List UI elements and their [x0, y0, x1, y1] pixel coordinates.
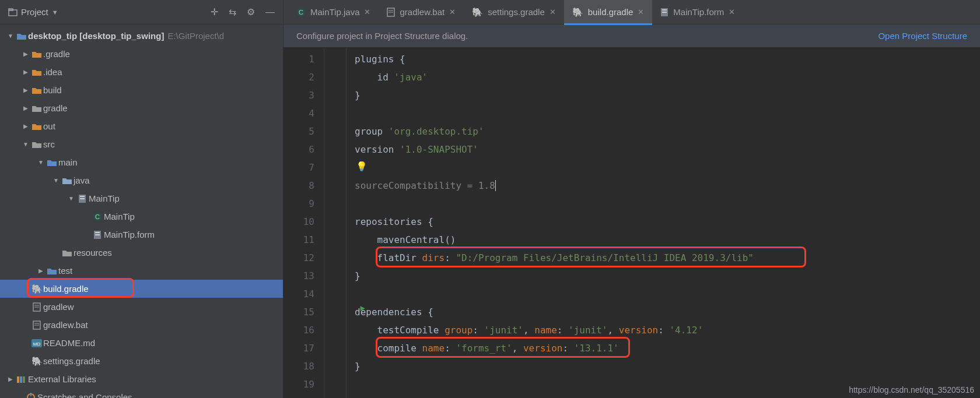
code-editor[interactable]: 12345678910111213141516171819 ▶ plugins … — [284, 48, 980, 398]
tree-item-MainTip-form[interactable]: MainTip.form — [0, 226, 283, 244]
tree-item-MainTip[interactable]: ▼ MainTip — [0, 189, 283, 207]
tree-item-main[interactable]: ▼ main — [0, 153, 283, 171]
line-number: 5 — [284, 122, 314, 140]
scratches[interactable]: Scratches and Consoles — [0, 388, 283, 398]
code-line[interactable] — [355, 195, 980, 213]
tree-root[interactable]: ▼ desktop_tip [desktop_tip_swing] E:\Git… — [0, 27, 283, 45]
source-code[interactable]: plugins { id 'java'} group 'org.desktop.… — [346, 48, 980, 398]
tree-item--idea[interactable]: ▶ .idea — [0, 63, 283, 81]
code-line[interactable]: plugins { — [355, 50, 980, 68]
external-libraries[interactable]: ▶ External Libraries — [0, 370, 283, 388]
tab-label: settings.gradle — [488, 7, 545, 17]
line-number: 10 — [284, 213, 314, 231]
code-line[interactable]: compile name: 'forms_rt', version: '13.1… — [355, 339, 980, 357]
folder-icon — [30, 50, 43, 58]
tree-item-settings-gradle[interactable]: 🐘 settings.gradle — [0, 352, 283, 370]
tab-settings-gradle[interactable]: 🐘 settings.gradle ✕ — [464, 0, 564, 24]
close-icon[interactable]: ✕ — [550, 8, 556, 16]
code-line[interactable]: mavenCentral() — [355, 231, 980, 249]
line-number: 1 — [284, 50, 314, 68]
tab-MainTip-form[interactable]: MainTip.form ✕ — [652, 0, 743, 24]
config-banner: Configure project in Project Structure d… — [284, 24, 980, 48]
tab-MainTip-java[interactable]: C MainTip.java ✕ — [288, 0, 379, 24]
tree-item-gradlew-bat[interactable]: gradlew.bat — [0, 316, 283, 334]
line-number: 16 — [284, 321, 314, 339]
code-line[interactable]: group 'org.desktop.tip' — [355, 122, 980, 140]
code-line[interactable]: id 'java' — [355, 68, 980, 86]
svg-rect-29 — [662, 9, 667, 10]
tab-label: MainTip.java — [310, 7, 359, 17]
code-line[interactable]: } — [355, 357, 980, 375]
code-line[interactable] — [355, 104, 980, 122]
file-icon — [387, 8, 395, 17]
watermark: https://blog.csdn.net/qq_35205516 — [849, 385, 974, 395]
tree-item-resources[interactable]: resources — [0, 244, 283, 262]
open-structure-link[interactable]: Open Project Structure — [878, 31, 967, 41]
line-number: 2 — [284, 68, 314, 86]
code-line[interactable] — [355, 285, 980, 303]
line-number: 6 — [284, 140, 314, 159]
class-icon: C — [296, 8, 306, 17]
tree-item-java[interactable]: ▼ java — [0, 171, 283, 189]
close-icon[interactable]: ✕ — [638, 8, 644, 16]
editor-tabs: C MainTip.java ✕ gradlew.bat ✕ 🐘 setting… — [284, 0, 980, 24]
line-number: 11 — [284, 231, 314, 249]
close-icon[interactable]: ✕ — [364, 8, 370, 16]
gear-icon[interactable]: ⚙ — [247, 6, 255, 17]
folder-icon — [30, 122, 43, 131]
close-icon[interactable]: ✕ — [729, 8, 735, 16]
project-tree[interactable]: ▼ desktop_tip [desktop_tip_swing] E:\Git… — [0, 24, 283, 398]
code-line[interactable]: repositories { — [355, 213, 980, 231]
tab-gradlew-bat[interactable]: gradlew.bat ✕ — [379, 0, 464, 24]
code-line[interactable]: } — [355, 267, 980, 285]
gradle-icon: 🐘 — [30, 284, 43, 294]
code-line[interactable]: sourceCompatibility = 1.8 — [355, 177, 980, 195]
folder-icon — [30, 86, 43, 94]
code-line[interactable]: } — [355, 86, 980, 104]
collapse-icon[interactable]: — — [265, 7, 275, 17]
tree-item-gradlew[interactable]: gradlew — [0, 298, 283, 316]
tree-item-gradle[interactable]: ▶ gradle — [0, 99, 283, 117]
svg-rect-19 — [20, 376, 22, 383]
folder-icon — [30, 104, 43, 112]
line-gutter: 12345678910111213141516171819 — [284, 48, 324, 398]
tree-item-src[interactable]: ▼ src — [0, 135, 283, 153]
tree-item-README-md[interactable]: MD README.md — [0, 334, 283, 352]
line-number: 17 — [284, 339, 314, 357]
tree-item-out[interactable]: ▶ out — [0, 117, 283, 135]
svg-rect-20 — [23, 376, 25, 383]
expand-icon[interactable]: ⇆ — [229, 6, 236, 17]
svg-rect-18 — [17, 376, 19, 383]
project-title: Project — [21, 7, 48, 17]
banner-message: Configure project in Project Structure d… — [296, 31, 468, 41]
code-line[interactable]: dependencies { — [355, 303, 980, 321]
sidebar-header: Project ▼ ✛ ⇆ ⚙ — — [0, 0, 283, 24]
tree-item-MainTip[interactable]: C MainTip — [0, 207, 283, 226]
svg-rect-30 — [662, 12, 667, 13]
tree-item-build[interactable]: ▶ build — [0, 81, 283, 99]
svg-text:C: C — [299, 9, 303, 16]
locate-icon[interactable]: ✛ — [211, 6, 218, 17]
code-line[interactable]: testCompile group: 'junit', name: 'junit… — [355, 321, 980, 339]
code-line[interactable]: version '1.0-SNAPSHOT' — [355, 140, 980, 159]
svg-rect-9 — [95, 234, 100, 235]
project-dropdown[interactable]: Project ▼ — [8, 7, 206, 17]
editor-area: C MainTip.java ✕ gradlew.bat ✕ 🐘 setting… — [284, 0, 980, 398]
close-icon[interactable]: ✕ — [449, 8, 456, 16]
intention-bulb-icon[interactable]: 💡 — [356, 161, 368, 172]
tree-item--gradle[interactable]: ▶ .gradle — [0, 45, 283, 63]
file-icon — [30, 320, 43, 330]
project-icon — [8, 8, 18, 16]
scratches-icon — [24, 393, 37, 399]
line-number: 18 — [284, 357, 314, 375]
tree-item-test[interactable]: ▶ test — [0, 262, 283, 280]
code-line[interactable] — [355, 159, 980, 177]
code-line[interactable]: flatDir dirs: "D:/Program Files/JetBrain… — [355, 249, 980, 267]
tab-build-gradle[interactable]: 🐘 build.gradle ✕ — [564, 0, 653, 24]
tree-item-build-gradle[interactable]: 🐘 build.gradle — [0, 280, 283, 298]
line-number: 13 — [284, 267, 314, 285]
line-number: 8 — [284, 177, 314, 195]
folder-icon — [61, 177, 74, 185]
line-number: 12 — [284, 249, 314, 267]
form-icon — [660, 8, 668, 17]
